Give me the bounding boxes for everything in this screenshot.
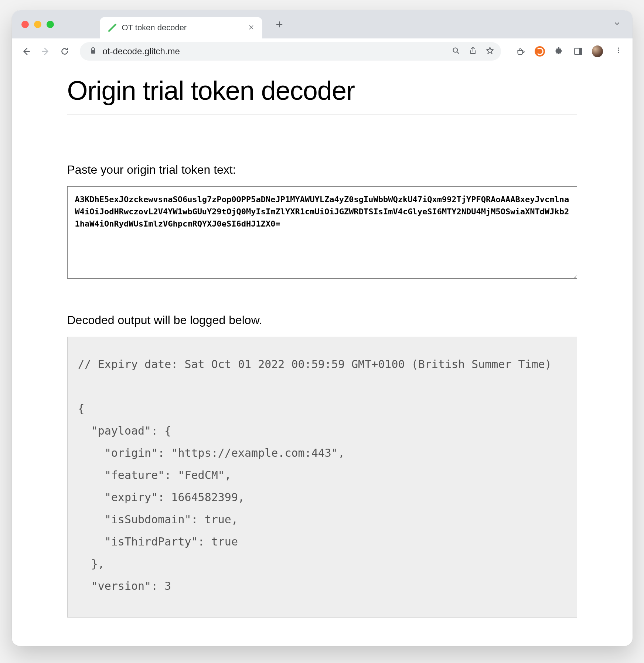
svg-point-4 [618, 48, 619, 49]
lock-icon [89, 46, 98, 57]
circle-extension-icon[interactable] [534, 46, 545, 57]
output-label: Decoded output will be logged below. [67, 313, 577, 327]
address-bar[interactable]: ot-decode.glitch.me [80, 42, 501, 61]
svg-point-6 [618, 52, 619, 53]
toolbar: ot-decode.glitch.me [12, 38, 633, 64]
forward-button[interactable] [38, 44, 53, 59]
page-content: Origin trial token decoder Paste your or… [12, 64, 633, 646]
search-icon[interactable] [452, 46, 460, 57]
browser-menu-button[interactable] [611, 44, 626, 58]
url-text: ot-decode.glitch.me [103, 46, 446, 57]
close-window-button[interactable] [21, 21, 29, 28]
coffee-icon[interactable] [515, 46, 526, 57]
browser-tab[interactable]: OT token decoder [100, 17, 262, 38]
avatar-image [592, 45, 603, 57]
browser-window: OT token decoder ot-decode.glitch.me [12, 10, 633, 646]
tab-strip: OT token decoder [12, 10, 633, 38]
reload-button[interactable] [57, 44, 72, 59]
tabs-dropdown-button[interactable] [608, 16, 626, 33]
new-tab-button[interactable] [271, 16, 287, 33]
side-panel-icon[interactable] [573, 46, 584, 57]
divider [67, 115, 577, 115]
svg-rect-0 [91, 50, 95, 54]
extension-icons [515, 44, 626, 58]
svg-rect-3 [579, 48, 582, 54]
tab-title: OT token decoder [122, 23, 242, 33]
share-icon[interactable] [468, 46, 477, 57]
window-controls [21, 21, 54, 28]
svg-point-5 [618, 50, 619, 51]
extensions-puzzle-icon[interactable] [553, 46, 565, 57]
back-button[interactable] [18, 44, 34, 59]
profile-avatar[interactable] [592, 46, 603, 57]
bookmark-star-icon[interactable] [485, 46, 494, 57]
omnibox-actions [452, 46, 494, 57]
tab-favicon [108, 23, 117, 32]
decoded-output: // Expiry date: Sat Oct 01 2022 00:59:59… [67, 337, 577, 618]
minimize-window-button[interactable] [34, 21, 41, 28]
maximize-window-button[interactable] [47, 21, 54, 28]
orange-circle-icon [535, 46, 545, 57]
page-title: Origin trial token decoder [67, 75, 577, 106]
token-input[interactable] [67, 186, 577, 279]
token-input-label: Paste your origin trial token text: [67, 163, 577, 177]
tab-close-button[interactable] [247, 22, 256, 34]
